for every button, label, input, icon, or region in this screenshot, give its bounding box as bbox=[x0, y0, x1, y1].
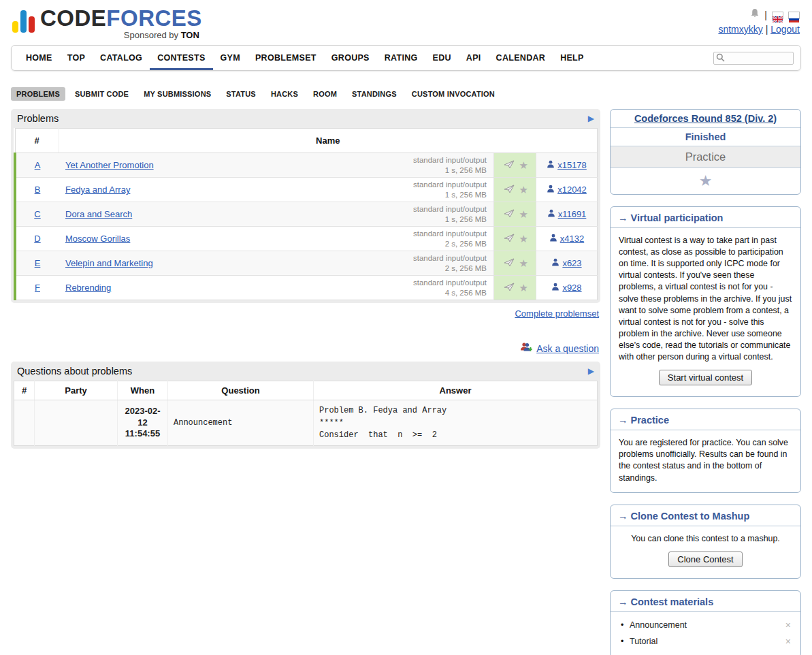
person-icon bbox=[547, 160, 555, 170]
logo-bars-icon bbox=[12, 7, 35, 33]
tab-custom-invocation[interactable]: CUSTOM INVOCATION bbox=[406, 87, 500, 101]
nav-edu[interactable]: EDU bbox=[425, 46, 459, 70]
nav-problemset[interactable]: PROBLEMSET bbox=[248, 46, 324, 70]
nav-gym[interactable]: GYM bbox=[213, 46, 248, 70]
problem-index-link[interactable]: A bbox=[35, 160, 41, 170]
problem-name-link[interactable]: Fedya and Array bbox=[65, 185, 130, 195]
problem-index-link[interactable]: E bbox=[35, 258, 41, 268]
tab-problems[interactable]: PROBLEMS bbox=[11, 87, 65, 101]
expand-arrow-icon[interactable] bbox=[588, 114, 594, 123]
favorite-star-icon[interactable] bbox=[699, 172, 713, 189]
paper-plane-icon[interactable] bbox=[504, 209, 515, 220]
tab-room[interactable]: ROOM bbox=[308, 87, 342, 101]
problem-index-link[interactable]: F bbox=[35, 283, 40, 293]
solved-count-link[interactable]: x15178 bbox=[557, 160, 587, 170]
problem-name-link[interactable]: Velepin and Marketing bbox=[65, 258, 153, 268]
virtual-participation-text: Virtual contest is a way to take part in… bbox=[619, 236, 792, 362]
paper-plane-icon[interactable] bbox=[504, 258, 515, 269]
solved-count-link[interactable]: x623 bbox=[562, 258, 581, 268]
tab-hacks[interactable]: HACKS bbox=[265, 87, 304, 101]
problem-limits: standard input/output1 s, 256 MB bbox=[413, 180, 487, 200]
tab-status[interactable]: STATUS bbox=[221, 87, 261, 101]
problem-row: A Yet Another Promotion standard input/o… bbox=[15, 153, 598, 178]
bell-icon[interactable] bbox=[750, 8, 760, 22]
favorite-star-icon[interactable] bbox=[519, 282, 528, 293]
ask-question-icon bbox=[520, 342, 532, 355]
problem-limits: standard input/output2 s, 256 MB bbox=[413, 253, 487, 274]
question-when: 2023-02-12 11:54:55 bbox=[118, 400, 168, 446]
nav-contests[interactable]: CONTESTS bbox=[150, 46, 212, 70]
problem-limits: standard input/output4 s, 256 MB bbox=[413, 278, 487, 298]
problem-index-link[interactable]: B bbox=[35, 185, 41, 195]
clone-contest-text: You can clone this contest to a mashup. bbox=[631, 534, 780, 543]
material-item-tutorial[interactable]: Tutorial bbox=[630, 637, 791, 646]
contest-title-link[interactable]: Codeforces Round 852 (Div. 2) bbox=[634, 113, 777, 124]
nav-api[interactable]: API bbox=[459, 46, 489, 70]
paper-plane-icon[interactable] bbox=[504, 234, 515, 244]
tab-standings[interactable]: STANDINGS bbox=[346, 87, 402, 101]
problems-datatable: Problems # Name A Yet Another Promotion … bbox=[11, 109, 600, 303]
nav-rating[interactable]: RATING bbox=[377, 46, 425, 70]
problems-table: # Name A Yet Another Promotion standard … bbox=[14, 128, 598, 300]
nav-catalog[interactable]: CATALOG bbox=[93, 46, 150, 70]
problem-limits: standard input/output1 s, 256 MB bbox=[413, 155, 487, 176]
person-icon bbox=[551, 283, 559, 293]
ru-flag-icon[interactable] bbox=[788, 12, 800, 19]
header: CODEFORCES Sponsored by TON | sntmxykky … bbox=[11, 0, 801, 41]
problem-name-link[interactable]: Dora and Search bbox=[65, 209, 132, 219]
material-item-announcement[interactable]: Announcement bbox=[630, 620, 791, 630]
solved-count-link[interactable]: x11691 bbox=[558, 209, 587, 219]
start-virtual-contest-button[interactable]: Start virtual contest bbox=[659, 370, 752, 385]
person-icon bbox=[549, 234, 557, 244]
username-link[interactable]: sntmxykky bbox=[718, 24, 762, 35]
close-icon[interactable] bbox=[785, 620, 791, 630]
favorite-star-icon[interactable] bbox=[519, 184, 528, 195]
column-header-when: When bbox=[118, 381, 168, 400]
favorite-star-icon[interactable] bbox=[519, 159, 528, 171]
tab-submit-code[interactable]: SUBMIT CODE bbox=[69, 87, 134, 101]
problem-name-link[interactable]: Moscow Gorillas bbox=[65, 234, 130, 244]
nav-calendar[interactable]: CALENDAR bbox=[489, 46, 553, 70]
problem-row: E Velepin and Marketing standard input/o… bbox=[15, 251, 598, 276]
problem-index-link[interactable]: C bbox=[34, 209, 40, 219]
question-text: Announcement bbox=[168, 400, 314, 446]
close-icon[interactable] bbox=[785, 637, 791, 646]
nav-groups[interactable]: GROUPS bbox=[324, 46, 377, 70]
problem-name-link[interactable]: Yet Another Promotion bbox=[65, 160, 154, 170]
logout-link[interactable]: Logout bbox=[770, 24, 800, 35]
expand-arrow-icon[interactable] bbox=[588, 366, 594, 376]
problem-limits: standard input/output2 s, 256 MB bbox=[413, 229, 487, 249]
solved-count-link[interactable]: x928 bbox=[562, 283, 581, 293]
solved-count-link[interactable]: x4132 bbox=[560, 234, 584, 244]
questions-title: Questions about problems bbox=[17, 366, 132, 377]
codeforces-logo[interactable]: CODEFORCES Sponsored by TON bbox=[12, 7, 202, 39]
solved-count-link[interactable]: x12042 bbox=[557, 185, 587, 195]
favorite-star-icon[interactable] bbox=[519, 233, 528, 244]
nav-home[interactable]: HOME bbox=[18, 46, 60, 70]
favorite-star-icon[interactable] bbox=[519, 208, 528, 220]
paper-plane-icon[interactable] bbox=[504, 160, 515, 171]
contest-info-box: Codeforces Round 852 (Div. 2) Finished P… bbox=[610, 109, 801, 195]
practice-title: → Practice bbox=[611, 409, 800, 430]
column-header-index: # bbox=[15, 129, 59, 153]
uk-flag-icon[interactable] bbox=[772, 12, 783, 19]
nav-top[interactable]: TOP bbox=[60, 46, 93, 70]
paper-plane-icon[interactable] bbox=[504, 185, 515, 195]
practice-text: You are registered for practice. You can… bbox=[611, 430, 800, 492]
favorite-star-icon[interactable] bbox=[519, 257, 528, 269]
complete-problemset-link[interactable]: Complete problemset bbox=[515, 308, 599, 319]
column-header-num: # bbox=[14, 381, 35, 400]
clone-contest-box: → Clone Contest to Mashup You can clone … bbox=[610, 505, 801, 579]
problem-name-link[interactable]: Rebrending bbox=[65, 283, 111, 293]
problem-index-link[interactable]: D bbox=[34, 234, 40, 244]
person-icon bbox=[547, 185, 555, 195]
tab-my-submissions[interactable]: MY SUBMISSIONS bbox=[138, 87, 216, 101]
column-header-name: Name bbox=[59, 129, 598, 153]
virtual-participation-box: → Virtual participation Virtual contest … bbox=[610, 206, 801, 397]
search-input[interactable] bbox=[713, 52, 794, 65]
paper-plane-icon[interactable] bbox=[504, 283, 515, 293]
question-num bbox=[14, 400, 35, 446]
nav-help[interactable]: HELP bbox=[553, 46, 591, 70]
ask-question-link[interactable]: Ask a question bbox=[536, 343, 599, 354]
clone-contest-button[interactable]: Clone Contest bbox=[668, 552, 742, 567]
